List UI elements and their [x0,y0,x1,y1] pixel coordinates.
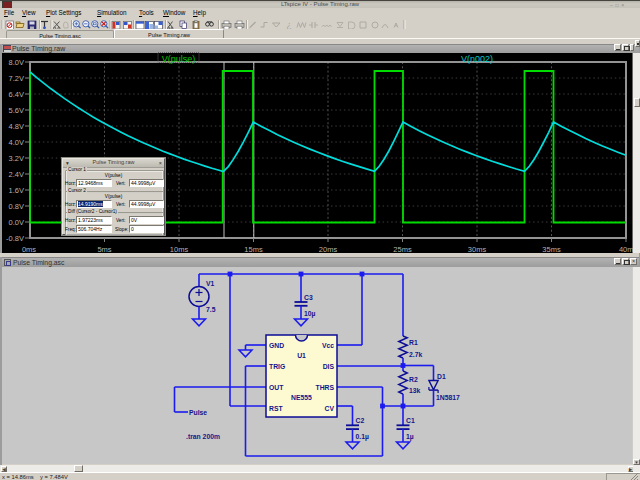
svg-text:2.7k: 2.7k [409,351,422,358]
svg-text:.tran 200m: .tran 200m [186,433,220,440]
svg-text:1N5817: 1N5817 [436,394,460,401]
svg-text:40m: 40m [619,245,634,254]
svg-text:4.0V: 4.0V [9,138,24,147]
svg-text:2.4V: 2.4V [9,170,24,179]
svg-text:35ms: 35ms [542,245,561,254]
svg-text:NE555: NE555 [291,394,312,401]
svg-text:25ms: 25ms [393,245,412,254]
svg-text:R2: R2 [409,376,418,383]
svg-text:1.6V: 1.6V [9,186,24,195]
svg-text:30ms: 30ms [468,245,487,254]
svg-text:10ms: 10ms [170,245,189,254]
svg-text:0.8V: 0.8V [9,202,24,211]
svg-text:0.1µ: 0.1µ [356,433,369,441]
svg-text:DIS: DIS [323,363,335,370]
svg-text:V(n002): V(n002) [461,54,493,64]
svg-text:Vcc: Vcc [322,342,334,349]
svg-text:13k: 13k [409,387,421,394]
svg-text:15ms: 15ms [244,245,263,254]
svg-text:5.6V: 5.6V [9,106,24,115]
svg-text:6.4V: 6.4V [9,90,24,99]
svg-text:8.0V: 8.0V [9,58,24,67]
svg-text:20ms: 20ms [319,245,338,254]
svg-text:U1: U1 [297,352,306,359]
svg-text:OUT: OUT [269,384,284,391]
svg-text:5ms: 5ms [97,245,111,254]
svg-text:D1: D1 [437,373,446,380]
svg-text:R1: R1 [409,339,418,346]
svg-text:0ms: 0ms [22,245,36,254]
svg-text:TRIG: TRIG [269,363,285,370]
svg-text:7.2V: 7.2V [9,74,24,83]
svg-text:V(pulse): V(pulse) [162,54,196,64]
svg-text:7.5: 7.5 [206,306,216,313]
svg-text:GND: GND [269,342,284,349]
svg-text:4.8V: 4.8V [9,122,24,131]
svg-text:C2: C2 [356,417,365,424]
svg-text:10µ: 10µ [304,310,316,318]
svg-text:0.0V: 0.0V [9,218,24,227]
svg-text:V1: V1 [206,280,215,287]
svg-text:C3: C3 [304,294,313,301]
svg-text:RST: RST [269,405,283,412]
svg-text:Pulse: Pulse [189,409,207,416]
svg-text:THRS: THRS [315,384,334,391]
svg-text:C1: C1 [406,417,415,424]
svg-text:-0.8V: -0.8V [6,234,24,243]
svg-text:3.2V: 3.2V [9,154,24,163]
svg-text:1µ: 1µ [406,433,414,441]
svg-text:CV: CV [325,405,335,412]
